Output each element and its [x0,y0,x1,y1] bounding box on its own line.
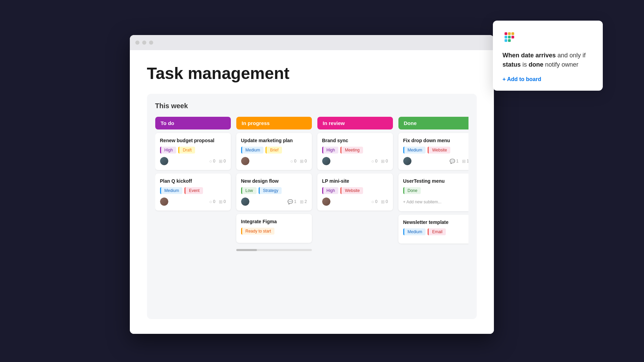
subitem-icon: ⊞ [300,159,304,164]
add-to-board-button[interactable]: + Add to board [502,76,593,82]
tag-website: Website [428,147,450,154]
card-meta: ○ 0 ⊞ 0 [371,199,388,204]
card-tags: Ready to start [241,228,307,235]
card-newsletter-template[interactable]: Newsletter template Medium Email [398,215,468,244]
comment-count: ○ 0 [290,159,296,164]
tag-medium: Medium [160,187,183,194]
card-title: Renew budget proposal [160,138,226,143]
card-title: Integrate Figma [241,219,307,224]
popup-done-text: done [529,61,543,68]
card-tags: Medium Website [403,147,468,154]
browser-titlebar [130,35,494,50]
tag-medium: Medium [403,147,426,154]
subitem-icon: ⊞ [300,199,304,204]
card-lp-mini-site[interactable]: LP mini-site High Website ○ 0 [317,173,393,211]
card-tags: Medium Event [160,187,226,194]
page-title: Task management [147,64,477,83]
card-title: Brand sync [322,138,388,143]
card-tags: Low Strategy [241,187,307,194]
traffic-dot-close[interactable] [135,41,139,45]
card-title: Newsletter template [403,219,468,225]
card-tags: High Meeting [322,147,388,154]
card-footer: 💬 1 ⊞ 2 [241,197,307,206]
browser-window: Task management This week To do Renew bu… [130,35,494,334]
card-footer: ○ 0 ⊞ 0 [160,157,226,165]
subitem-count: ⊞ 0 [219,199,226,204]
subitem-add[interactable]: + Add new subitem... [403,197,468,206]
scrollbar-thumb[interactable] [236,249,257,251]
card-meta: ○ 0 ⊞ 0 [209,159,226,164]
avatar [160,197,168,206]
card-footer: ○ 0 ⊞ 0 [241,157,307,165]
scrollbar-track[interactable] [236,249,312,251]
tag-done: Done [403,187,421,194]
card-new-design-flow[interactable]: New design flow Low Strategy 💬 1 [236,173,312,211]
comment-icon: 💬 [287,199,293,204]
subitem-count: ⊞ 0 [381,159,388,164]
comment-count: ○ 0 [371,199,377,204]
subitem-count: ⊞ 0 [381,199,388,204]
tag-brief: Brief [265,147,282,154]
comment-count: 💬 1 [450,159,459,164]
card-title: New design flow [241,178,307,184]
card-title: LP mini-site [322,178,388,184]
slack-logo-icon [502,30,516,44]
tag-low: Low [241,187,257,194]
comment-icon: ○ [209,159,212,164]
card-meta: ○ 0 ⊞ 0 [371,159,388,164]
subitem-count: ⊞ 2 [300,199,307,204]
traffic-dot-maximize[interactable] [149,41,153,45]
columns-wrapper: To do Renew budget proposal High Draft [155,117,468,308]
card-integrate-figma[interactable]: Integrate Figma Ready to start [236,214,312,243]
card-meta: ○ 0 ⊞ 0 [209,199,226,204]
card-update-marketing[interactable]: Update marketing plan Medium Brief ○ 0 [236,133,312,170]
popup-description: When date arrives and only if status is … [502,51,593,69]
card-meta: ○ 0 ⊞ 0 [290,159,307,164]
subitem-icon: ⊞ [381,199,385,204]
card-footer: ○ 0 ⊞ 0 [160,197,226,206]
card-meta: 💬 1 ⊞ 1 [450,159,468,164]
comment-icon: 💬 [450,159,455,164]
tag-high: High [322,187,339,194]
subitem-count: ⊞ 1 [462,159,468,164]
subitem-icon: ⊞ [381,159,385,164]
tag-meeting: Meeting [340,147,363,154]
svg-rect-4 [505,39,507,42]
traffic-dot-minimize[interactable] [142,41,146,45]
card-footer: ○ 0 ⊞ 0 [322,157,388,165]
column-inreview: In review Brand sync High Meeting [317,117,393,308]
column-header-todo: To do [155,117,231,129]
card-tags: High Draft [160,147,226,154]
comment-count: ○ 0 [209,159,215,164]
comment-icon: ○ [371,199,374,204]
subitem-icon: ⊞ [219,199,223,204]
card-plan-kickoff[interactable]: Plan Q kickoff Medium Event ○ 0 [155,173,231,211]
comment-icon: ○ [209,199,212,204]
svg-rect-6 [511,36,514,38]
avatar [322,197,330,206]
tag-website: Website [340,187,363,194]
popup-when-text: When date arrives [502,52,556,59]
card-title: Fix drop down menu [403,138,468,143]
tag-event: Event [184,187,203,194]
svg-rect-7 [508,39,511,42]
card-renew-budget[interactable]: Renew budget proposal High Draft ○ 0 [155,133,231,170]
browser-content: Task management This week To do Renew bu… [130,50,494,334]
card-title: Update marketing plan [241,138,307,143]
popup-status-text: status [502,61,521,68]
subitem-count: ⊞ 0 [300,159,307,164]
board-section-header: This week [155,102,468,110]
svg-rect-5 [511,32,514,35]
board-container: This week To do Renew budget proposal Hi… [147,94,477,319]
card-fix-dropdown[interactable]: Fix drop down menu Medium Website 💬 1 [398,133,468,170]
card-brand-sync[interactable]: Brand sync High Meeting ○ 0 [317,133,393,170]
card-meta: 💬 1 ⊞ 2 [287,199,307,204]
tag-high: High [160,147,177,154]
tag-medium: Medium [403,228,426,235]
column-header-inprogress: In progress [236,117,312,129]
avatar [322,157,330,165]
column-done: Done Fix drop down menu Medium Website [398,117,468,308]
column-todo: To do Renew budget proposal High Draft [155,117,231,308]
card-tags: High Website [322,187,388,194]
card-user-testing[interactable]: UserTesting menu Done + Add new subitem.… [398,173,468,211]
